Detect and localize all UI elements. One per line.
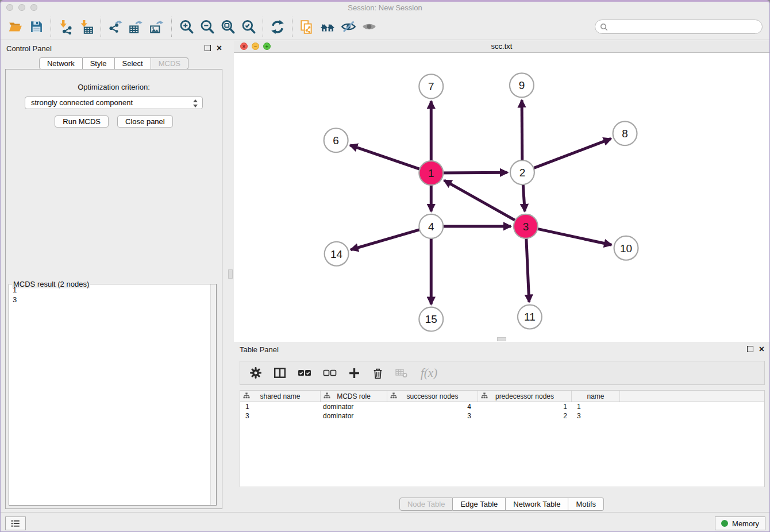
delete-table-button[interactable] [395, 368, 409, 378]
graph-node-label: 7 [428, 80, 434, 92]
tab-motifs[interactable]: Motifs [568, 498, 604, 511]
float-table-panel-icon[interactable] [747, 346, 753, 352]
checked-boxes-icon [298, 368, 311, 377]
graph-edge-3-10[interactable] [526, 226, 611, 245]
export-image-button[interactable] [147, 16, 167, 38]
close-table-panel-icon[interactable]: × [759, 346, 764, 352]
graph-edge-3-1[interactable] [444, 180, 526, 226]
import-table-button[interactable] [76, 16, 97, 38]
select-all-button[interactable] [298, 368, 311, 377]
graph-node-label: 8 [622, 128, 628, 140]
zoom-fit-icon [220, 19, 236, 34]
first-neighbors-button[interactable] [317, 16, 338, 38]
zoom-selected-button[interactable] [238, 16, 259, 38]
open-folder-icon [8, 20, 23, 34]
gear-icon [249, 367, 262, 379]
zoom-in-button[interactable] [176, 16, 197, 38]
table-cell: 1 [240, 402, 321, 411]
graph-edge-1-6[interactable] [350, 145, 431, 173]
export-table-icon [129, 20, 144, 34]
zoom-fit-button[interactable] [217, 16, 238, 38]
control-panel-window-buttons: × [205, 45, 222, 51]
node-table-body: 1dominator4113dominator323 [240, 402, 764, 421]
run-mcds-button[interactable]: Run MCDS [55, 115, 109, 128]
tab-mcds[interactable]: MCDS [151, 57, 188, 70]
column-header-name[interactable]: name [572, 391, 620, 402]
list-icon [10, 518, 21, 529]
optimization-criterion-select[interactable]: strongly connected component [25, 97, 203, 109]
clone-network-button[interactable] [297, 16, 317, 38]
mcds-tab-content: Optimization criterion: strongly connect… [5, 69, 222, 509]
split-view-icon [274, 367, 286, 379]
memory-status-icon [721, 520, 728, 527]
column-label: name [587, 392, 604, 400]
close-panel-icon[interactable]: × [217, 45, 222, 51]
show-all-button[interactable] [359, 16, 379, 38]
zoom-in-icon [179, 19, 194, 34]
table-cell: 2 [478, 411, 572, 421]
toolbar-separator [171, 17, 172, 37]
tab-edge-table[interactable]: Edge Table [453, 498, 506, 511]
hide-selected-button[interactable] [338, 16, 359, 38]
minimize-network-button[interactable]: − [252, 43, 259, 50]
table-cell-filler [620, 402, 764, 411]
column-header-filler [620, 391, 764, 402]
maximize-window-button[interactable] [30, 4, 37, 11]
titlebar: Session: New Session [1, 2, 769, 14]
status-bar: Memory [1, 512, 769, 532]
tab-network[interactable]: Network [39, 57, 83, 70]
graph-edge-2-8[interactable] [522, 138, 611, 172]
export-table-button[interactable] [126, 16, 147, 38]
optimization-criterion-value: strongly connected component [31, 98, 133, 107]
tab-select[interactable]: Select [115, 57, 151, 70]
network-graph: 7968124314101511 [234, 53, 769, 342]
tab-style[interactable]: Style [83, 57, 115, 70]
column-header-successor-nodes[interactable]: successor nodes [387, 391, 478, 402]
refresh-button[interactable] [267, 16, 288, 38]
maximize-network-button[interactable]: + [263, 43, 271, 50]
function-builder-button[interactable]: f(x) [421, 366, 437, 380]
table-settings-button[interactable] [249, 367, 262, 379]
tab-node-table[interactable]: Node Table [399, 498, 453, 511]
clone-network-icon [299, 20, 314, 34]
search-input[interactable] [610, 22, 757, 32]
close-window-button[interactable] [6, 4, 13, 11]
table-panel: Table Panel × [234, 342, 769, 512]
select-stepper-icon [193, 99, 198, 108]
tree-icon [243, 392, 250, 401]
task-history-button[interactable] [5, 516, 26, 530]
split-view-button[interactable] [274, 367, 286, 379]
vertical-splitter[interactable] [227, 41, 234, 512]
close-network-button[interactable]: × [240, 43, 248, 50]
splitter-grip[interactable] [228, 269, 233, 279]
tree-icon [481, 392, 488, 401]
zoom-out-button[interactable] [197, 16, 217, 38]
zoom-selected-icon [241, 19, 256, 34]
open-session-button[interactable] [5, 16, 26, 38]
toolbar-separator [292, 17, 292, 37]
network-canvas[interactable]: 7968124314101511 [234, 53, 769, 342]
deselect-all-button[interactable] [323, 368, 337, 377]
canvas-splitter-grip[interactable] [497, 337, 506, 341]
float-panel-icon[interactable] [205, 45, 211, 51]
memory-button[interactable]: Memory [715, 516, 765, 530]
table-row[interactable]: 3dominator323 [240, 411, 764, 421]
import-network-button[interactable] [55, 16, 76, 38]
control-panel-tabs: Network Style Select MCDS [1, 57, 227, 70]
close-panel-button[interactable]: Close panel [117, 115, 173, 128]
mcds-result-scrollbar[interactable] [210, 284, 216, 505]
table-row[interactable]: 1dominator411 [240, 402, 764, 411]
delete-column-button[interactable] [372, 367, 384, 379]
column-header-mcds-role[interactable]: MCDS role [321, 391, 387, 402]
graph-node-label: 1 [428, 167, 434, 179]
tab-network-table[interactable]: Network Table [506, 498, 568, 511]
save-session-button[interactable] [26, 16, 47, 38]
table-cell: 1 [478, 402, 572, 411]
delete-table-icon [395, 368, 409, 378]
search-box [595, 20, 763, 34]
column-header-shared-name[interactable]: shared name [240, 391, 321, 402]
column-header-predecessor-nodes[interactable]: predecessor nodes [478, 391, 572, 402]
add-column-button[interactable] [348, 367, 360, 379]
export-network-button[interactable] [105, 16, 126, 38]
minimize-window-button[interactable] [18, 4, 25, 11]
